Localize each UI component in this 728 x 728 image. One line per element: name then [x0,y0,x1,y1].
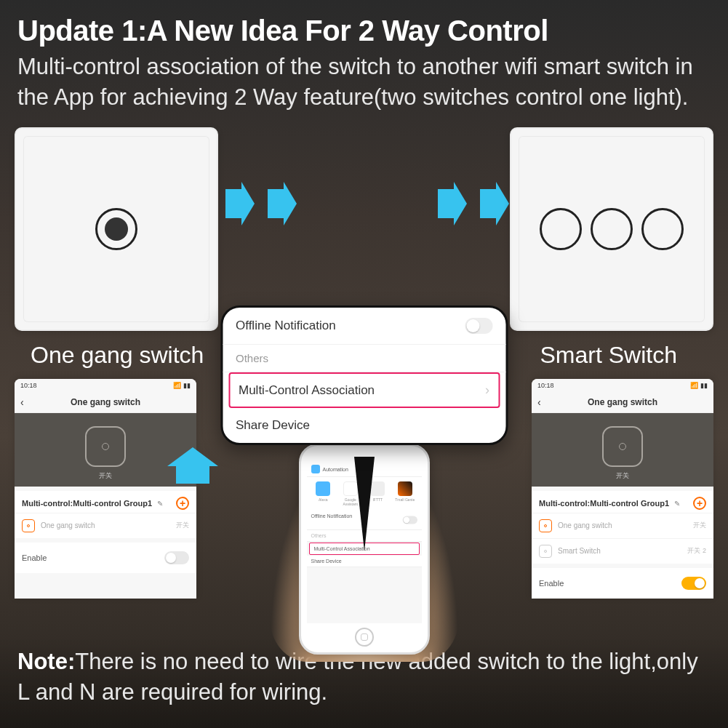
toggle-switch[interactable] [681,577,706,590]
list-item[interactable]: One gang switch 开关 [532,513,713,538]
list-item-icon [539,519,552,532]
list-item-label: Smart Switch [558,547,601,555]
switch-touch-button [641,208,684,250]
arrow-right-icon [225,182,255,225]
back-icon[interactable]: ‹ [537,396,549,408]
row-label: Offline Notification [236,319,336,333]
phone-header: ‹ One gang switch [15,392,196,413]
share-device-row[interactable]: Share Device [307,556,422,567]
alexa-icon[interactable] [316,481,330,496]
home-button[interactable] [355,628,374,647]
toggle-switch[interactable] [465,318,492,334]
toggle-switch[interactable] [164,551,189,564]
tmall-icon[interactable] [398,481,412,496]
row-label: Offline Notification [311,513,353,527]
list-item-sub: 开关 [693,521,706,530]
list-item-label: One gang switch [558,521,612,529]
phone-screenshot-left: 10:18 📶 ▮▮ ‹ One gang switch 开关 Multi-co… [15,379,196,599]
svg-marker-4 [167,447,218,484]
title-rest: A New Idea For 2 Way Control [147,15,548,47]
signal-icon: 📶 ▮▮ [690,382,708,389]
one-gang-switch-panel [15,127,218,331]
switch-touch-button [540,208,582,250]
title-prefix: Update 1: [17,15,147,47]
row-label: Automation [323,467,348,472]
phone-title: One gang switch [549,397,696,407]
enable-row: Enable [15,543,196,573]
arrow-right-icon [438,182,467,225]
list-item-label: One gang switch [41,521,95,529]
multi-control-association-row[interactable]: Multi-Control Association › [228,372,500,408]
list-item[interactable]: Smart Switch 开关 2 [532,538,713,564]
subtitle: Multi-control association of the switch … [17,52,711,113]
enable-label: Enable [22,553,47,562]
device-label: 开关 [616,471,629,481]
device-tile[interactable]: 开关 [532,413,713,487]
status-bar: 10:18 📶 ▮▮ [532,379,713,392]
phone-screenshot-right: 10:18 📶 ▮▮ ‹ One gang switch 开关 Multi-co… [532,379,713,599]
header: Update 1:A New Idea For 2 Way Control Mu… [0,0,728,120]
time-label: 10:18 [20,382,37,389]
arrow-right-group-right [438,182,509,225]
phone-header: ‹ One gang switch [532,392,713,413]
arrow-right-group-left [225,182,297,225]
smart-switch-panel [510,127,713,331]
svg-marker-0 [225,182,255,225]
back-icon[interactable]: ‹ [20,396,32,408]
svg-marker-3 [480,182,509,225]
device-icon [85,426,126,467]
row-label: Multi-Control Association [239,383,375,398]
page-title: Update 1:A New Idea For 2 Way Control [17,15,711,47]
list-item-sub: 开关 2 [687,546,706,556]
row-label: Others [236,352,268,364]
group-title: Multi-control:Multi-control Group1 [539,499,669,508]
icon-label: Alexa [319,497,328,502]
add-button[interactable]: + [176,497,189,510]
signal-icon: 📶 ▮▮ [173,382,191,389]
group-title: Multi-control:Multi-control Group1 [22,499,152,508]
list-item-icon [22,519,35,532]
device-dot-icon [102,443,109,450]
device-dot-icon [619,443,626,450]
icon-label: Tmall Genie [395,497,415,502]
status-bar: 10:18 📶 ▮▮ [15,379,196,392]
arrow-right-icon [480,182,509,225]
right-switch-label: Smart Switch [540,342,677,369]
enable-row: Enable [532,568,713,599]
edit-icon[interactable]: ✎ [157,500,163,508]
device-label: 开关 [99,471,112,481]
chevron-right-icon: › [485,383,489,398]
popover-tail-icon [354,457,375,551]
list-item-icon [539,545,552,558]
switch-touch-button [591,208,633,250]
row-label: Share Device [236,418,310,433]
edit-icon[interactable]: ✎ [674,500,680,508]
add-button[interactable]: + [693,497,706,510]
left-switch-label: One gang switch [31,342,204,369]
svg-marker-2 [438,182,467,225]
toggle-switch[interactable] [402,516,417,524]
arrow-right-icon [268,182,297,225]
list-item-sub: 开关 [176,521,189,530]
time-label: 10:18 [537,382,554,389]
share-device-row[interactable]: Share Device [223,408,505,443]
switch-touch-button [95,208,137,250]
device-icon [602,426,643,467]
svg-marker-1 [268,182,297,225]
group-header: Multi-control:Multi-control Group1 ✎ + [532,491,713,513]
others-header: Others [223,345,505,372]
offline-notification-row[interactable]: Offline Notification [223,308,505,345]
enable-label: Enable [539,579,564,588]
list-item[interactable]: One gang switch 开关 [15,513,196,538]
arrow-up-icon [167,447,218,487]
settings-popover: Offline Notification Others Multi-Contro… [220,305,508,445]
note-prefix: Note: [17,649,75,674]
group-header: Multi-control:Multi-control Group1 ✎ + [15,491,196,513]
phone-title: One gang switch [32,397,179,407]
